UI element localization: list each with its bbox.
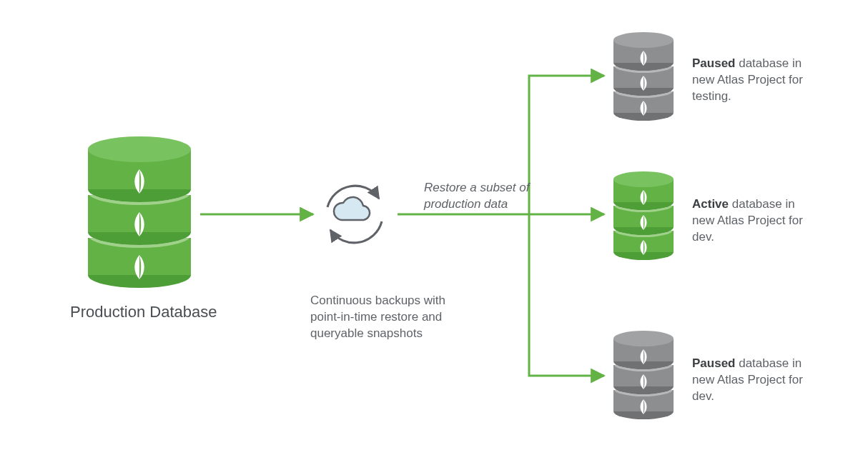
status-word: Active: [692, 197, 729, 211]
db-dev-paused-icon: [613, 331, 674, 419]
backup-sync-icon: [327, 186, 382, 243]
db-testing-icon: [613, 32, 674, 121]
db-dev-active-label: Active database in new Atlas Project for…: [692, 196, 814, 246]
db-dev-active-icon: [613, 171, 674, 260]
status-word: Paused: [692, 356, 735, 370]
status-word: Paused: [692, 56, 735, 70]
restore-arrow-label: Restore a subset of production data: [424, 180, 538, 213]
production-database-icon: [88, 136, 191, 288]
db-dev-paused-label: Paused database in new Atlas Project for…: [692, 356, 814, 405]
db-testing-label: Paused database in new Atlas Project for…: [692, 56, 814, 105]
production-database-label: Production Database: [70, 301, 242, 323]
backup-caption: Continuous backups with point-in-time re…: [310, 293, 464, 342]
